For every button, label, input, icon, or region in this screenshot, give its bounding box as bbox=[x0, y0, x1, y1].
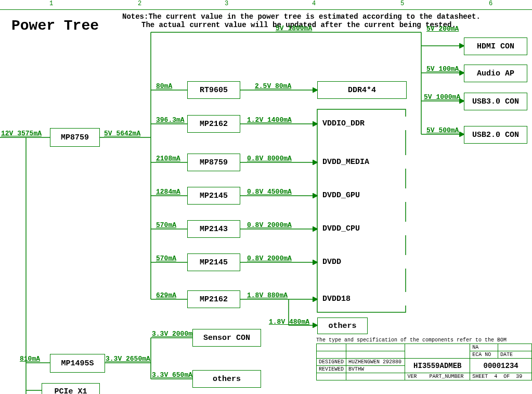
ruler-n: 2 bbox=[138, 0, 141, 7]
chip: MP2145 bbox=[187, 187, 240, 205]
lbl: 0.8V 2000mA bbox=[247, 255, 292, 262]
wires bbox=[0, 0, 532, 394]
ruler: 1 2 3 4 5 6 bbox=[0, 0, 532, 10]
lbl: 2.5V 80mA bbox=[255, 82, 291, 90]
chip: MP2162 bbox=[187, 115, 240, 133]
usb3-con: USB3.0 CON bbox=[464, 93, 527, 110]
load: DVDD_MEDIA bbox=[318, 155, 409, 169]
lbl: 2108mA bbox=[156, 155, 180, 162]
ruler-n: 1 bbox=[49, 0, 53, 7]
lbl-12v-in: 12V 3575mA bbox=[1, 130, 42, 137]
ruler-n: 6 bbox=[489, 0, 492, 7]
ruler-n: 5 bbox=[400, 0, 404, 7]
note-line1: Notes:The current value in the power tre… bbox=[122, 12, 481, 21]
hdmi-con: HDMI CON bbox=[464, 37, 527, 55]
pcie-x1: PCIe X1 bbox=[42, 383, 100, 394]
load: DVDD18 bbox=[318, 292, 409, 306]
usb2-con: USB2.0 CON bbox=[464, 126, 527, 144]
sensor-con: Sensor CON bbox=[192, 329, 261, 347]
ruler-n: 3 bbox=[225, 0, 228, 7]
lbl: 0.8V 4500mA bbox=[247, 188, 292, 196]
lbl: 570mA bbox=[156, 255, 176, 262]
schematic-canvas: 1 2 3 4 5 6 Power Tree Notes:The current… bbox=[0, 0, 532, 394]
others-33: others bbox=[192, 370, 261, 388]
lbl: 1.2V 1400mA bbox=[247, 116, 292, 124]
load: VDDIO_DDR bbox=[318, 117, 409, 130]
lbl: 0.8V 8000mA bbox=[247, 155, 292, 162]
load: DVDD bbox=[318, 255, 409, 269]
load: DVDD_GPU bbox=[318, 188, 409, 202]
load: DDR4*4 bbox=[317, 81, 407, 99]
load: DVDD_CPU bbox=[318, 222, 409, 235]
lbl: 5V 500mA bbox=[426, 126, 459, 134]
chip: RT9605 bbox=[187, 81, 240, 99]
lbl: 3.3V 650mA bbox=[152, 371, 192, 379]
lbl: 570mA bbox=[156, 221, 176, 229]
lbl: 1284mA bbox=[156, 188, 180, 196]
lbl: 629mA bbox=[156, 291, 176, 299]
bom-note: The type and specification of the compon… bbox=[316, 337, 507, 343]
lbl: 1.8V 880mA bbox=[247, 291, 288, 299]
lbl-5v-out: 5V 5642mA bbox=[104, 130, 140, 137]
chip: MP8759 bbox=[187, 154, 240, 171]
title-block: NA ECA NODATE DESIGNEDHUZHENGWEN 292880H… bbox=[316, 344, 532, 380]
lbl-5v-1800: 5V 1800mA bbox=[276, 24, 312, 32]
chip: MP2143 bbox=[187, 220, 240, 238]
lbl: 810mA bbox=[20, 355, 40, 363]
lbl: 5V 100mA bbox=[426, 65, 459, 73]
chip-mp1495s: MP1495S bbox=[50, 354, 105, 373]
audio-ap: Audio AP bbox=[464, 65, 527, 82]
lbl: 0.8V 2000mA bbox=[247, 221, 292, 229]
lbl: 80mA bbox=[156, 82, 172, 90]
ruler-n: 4 bbox=[312, 0, 316, 7]
lbl: 1.8V 480mA bbox=[269, 318, 309, 326]
lbl: 3.3V 2650mA bbox=[106, 355, 150, 363]
svg-rect-24 bbox=[317, 109, 406, 312]
lbl: 5V 1000mA bbox=[424, 93, 460, 101]
lbl: 5V 200mA bbox=[426, 25, 459, 33]
page-title: Power Tree bbox=[11, 18, 99, 34]
chip: MP2145 bbox=[187, 253, 240, 271]
chip-mp8759: MP8759 bbox=[50, 128, 100, 147]
lbl: 396.3mA bbox=[156, 116, 185, 124]
lbl: 3.3V 2000mA bbox=[152, 330, 197, 338]
chip: MP2162 bbox=[187, 290, 240, 308]
others-box: others bbox=[317, 317, 368, 334]
